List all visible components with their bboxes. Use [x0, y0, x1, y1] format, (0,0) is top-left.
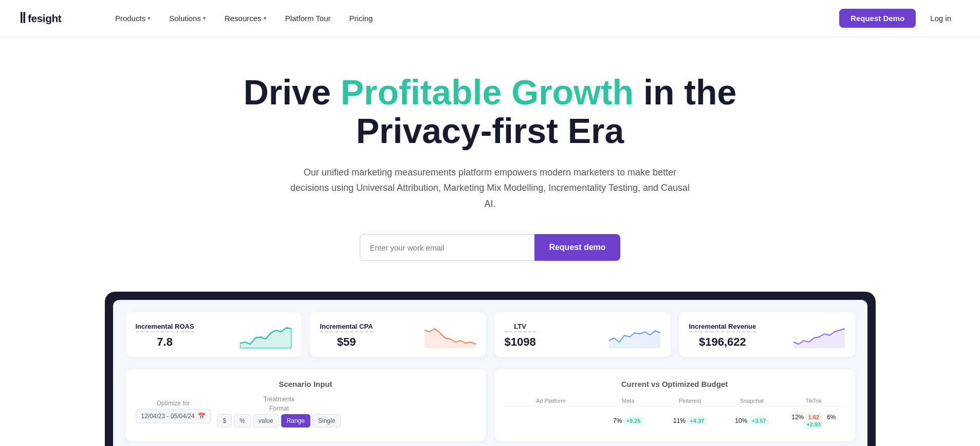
nav-pricing-label: Pricing [349, 14, 373, 23]
metric-info-revenue: Incremental Revenue $196,622 [689, 323, 756, 349]
budget-title: Current vs Optimized Budget [505, 380, 845, 388]
nav-products[interactable]: Products ▾ [108, 10, 158, 27]
nav-solutions[interactable]: Solutions ▾ [162, 10, 213, 27]
pinterest-badge: +4.37 [687, 417, 707, 425]
format-value-btn[interactable]: value [253, 414, 279, 427]
nav-right: Request Demo Log in [839, 9, 959, 28]
budget-meta-val: 7% +9.25 [597, 417, 659, 424]
metric-label-revenue: Incremental Revenue [689, 323, 756, 332]
metric-card-roas: Incremental ROAS 7.8 [125, 312, 302, 357]
hero-title: Drive Profitable Growth in the Privacy-f… [233, 73, 747, 150]
format-range-btn[interactable]: Range [281, 414, 310, 427]
hero-title-highlight: Profitable Growth [341, 73, 634, 112]
nav-products-label: Products [115, 14, 145, 23]
budget-snapchat-val: 10% +3.57 [721, 417, 783, 424]
optimize-label: Optimize for [136, 400, 211, 407]
dashboard-bottom: Scenario Input Optimize for 12/04/23 - 0… [125, 369, 855, 441]
format-label: Format [217, 405, 341, 412]
budget-col-snapchat: Snapchat [721, 398, 783, 404]
budget-col-platform: Ad Platform [505, 398, 598, 404]
metrics-row: Incremental ROAS 7.8 Incremental CPA $59 [125, 312, 855, 357]
dashboard-inner: Incremental ROAS 7.8 Incremental CPA $59 [113, 300, 867, 446]
treatments-field-group: Treatments Format $ % value Range Single [217, 396, 341, 427]
nav-resources[interactable]: Resources ▾ [217, 10, 274, 27]
meta-badge: +9.25 [624, 417, 643, 425]
metric-info-ltv: LTV $1098 [505, 323, 536, 349]
metric-info-roas: Incremental ROAS 7.8 [136, 323, 194, 349]
metric-chart-roas [240, 323, 291, 348]
metric-label-roas: Incremental ROAS [136, 323, 194, 332]
request-demo-hero-button[interactable]: Request demo [534, 234, 620, 261]
format-dollar-btn[interactable]: $ [217, 414, 232, 427]
brand-name: fesight [21, 9, 87, 28]
scenario-title: Scenario Input [136, 380, 476, 388]
format-percent-btn[interactable]: % [234, 414, 251, 427]
metric-value-cpa: $59 [320, 335, 373, 349]
dashboard-preview: Incremental ROAS 7.8 Incremental CPA $59 [105, 292, 876, 446]
metric-chart-revenue [793, 323, 845, 348]
format-single-btn[interactable]: Single [312, 414, 341, 427]
nav-resources-label: Resources [225, 14, 262, 23]
last-badge: +2.93 [804, 420, 823, 429]
metric-value-ltv: $1098 [505, 335, 536, 349]
products-chevron-icon: ▾ [147, 15, 151, 22]
metric-label-ltv: LTV [505, 323, 536, 332]
budget-header: Ad Platform Meta Pinterest Snapchat TikT… [505, 396, 845, 406]
date-value: 12/04/23 - 05/04/24 [141, 413, 195, 420]
nav-platform-tour[interactable]: Platform Tour [278, 10, 338, 27]
metric-card-cpa: Incremental CPA $59 [310, 312, 486, 357]
login-button[interactable]: Log in [922, 9, 959, 28]
hero-title-part1: Drive [244, 73, 341, 112]
budget-tiktok-val: 12% 1.62 6% +2.93 [783, 414, 844, 428]
logo[interactable]: fesight [21, 9, 87, 28]
snapchat-badge: +3.57 [749, 417, 769, 425]
optimize-date-field[interactable]: 12/04/23 - 05/04/24 📅 [136, 409, 211, 423]
calendar-icon: 📅 [198, 413, 206, 420]
scenario-form-row: Optimize for 12/04/23 - 05/04/24 📅 Treat… [136, 396, 476, 427]
hero-section: Drive Profitable Growth in the Privacy-f… [0, 37, 980, 446]
navbar: fesight Products ▾ Solutions ▾ Resources… [0, 0, 980, 37]
email-input[interactable] [360, 234, 534, 261]
metric-card-revenue: Incremental Revenue $196,622 [679, 312, 855, 357]
budget-pinterest-val: 11% +4.37 [659, 417, 720, 424]
budget-card: Current vs Optimized Budget Ad Platform … [494, 369, 855, 441]
solutions-chevron-icon: ▾ [203, 15, 206, 22]
budget-col-pinterest: Pinterest [659, 398, 720, 404]
optimize-field-group: Optimize for 12/04/23 - 05/04/24 📅 [136, 400, 211, 423]
scenario-card: Scenario Input Optimize for 12/04/23 - 0… [125, 369, 486, 441]
metric-value-revenue: $196,622 [689, 335, 756, 349]
resources-chevron-icon: ▾ [264, 15, 267, 22]
nav-platform-tour-label: Platform Tour [285, 14, 331, 23]
metric-chart-cpa [424, 323, 476, 348]
treatments-label: Treatments [217, 396, 341, 403]
metric-label-cpa: Incremental CPA [320, 323, 373, 332]
svg-text:fesight: fesight [28, 12, 62, 24]
hero-subtitle: Our unified marketing measurements platf… [290, 165, 691, 212]
metric-card-ltv: LTV $1098 [494, 312, 671, 357]
budget-data-row: 7% +9.25 11% +4.37 10% +3.57 12% 1.62 6%… [505, 411, 845, 431]
metric-value-roas: 7.8 [136, 335, 194, 349]
budget-col-meta: Meta [597, 398, 659, 404]
svg-rect-0 [21, 12, 23, 23]
metric-info-cpa: Incremental CPA $59 [320, 323, 373, 349]
budget-col-tiktok: TikTok [783, 398, 844, 404]
svg-rect-1 [24, 12, 26, 23]
hero-cta: Request demo [360, 234, 620, 261]
metric-chart-ltv [609, 323, 660, 348]
nav-pricing[interactable]: Pricing [342, 10, 380, 27]
request-demo-button[interactable]: Request Demo [839, 9, 916, 28]
nav-solutions-label: Solutions [169, 14, 201, 23]
format-buttons: $ % value Range Single [217, 414, 341, 427]
nav-links: Products ▾ Solutions ▾ Resources ▾ Platf… [108, 10, 839, 27]
